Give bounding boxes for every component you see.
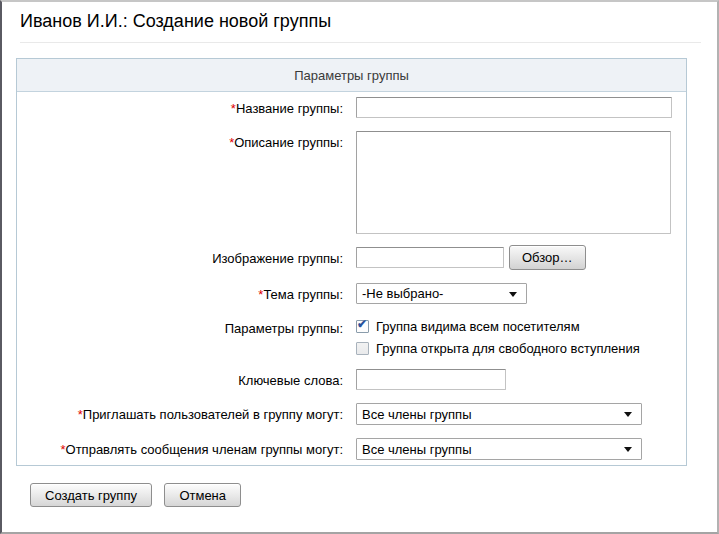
- form-row-description: *Описание группы:: [17, 131, 686, 234]
- chevron-down-icon: [624, 412, 632, 417]
- checkbox-line-visible: ✔ Группа видима всем посетителям: [356, 319, 640, 334]
- form-row-params: Параметры группы: ✔ Группа видима всем п…: [17, 317, 686, 356]
- message-permission-select[interactable]: Все члены группы: [356, 438, 642, 460]
- form-row-image: Изображение группы: Обзор…: [17, 247, 686, 270]
- group-name-label: Название группы:: [236, 101, 343, 116]
- group-open-checkbox-label: Группа открыта для свободного вступления: [376, 341, 640, 356]
- message-permission-select-value: Все члены группы: [362, 442, 471, 457]
- message-permission-label: Отправлять сообщения членам группы могут…: [66, 442, 343, 457]
- form-row-message: *Отправлять сообщения членам группы могу…: [17, 438, 686, 460]
- params-checkbox-group: ✔ Группа видима всем посетителям Группа …: [356, 317, 640, 356]
- group-visible-checkbox-label: Группа видима всем посетителям: [376, 319, 580, 334]
- group-description-label: Описание группы:: [234, 135, 343, 150]
- form-row-theme: *Тема группы: -Не выбрано-: [17, 283, 686, 304]
- chevron-down-icon: [509, 292, 517, 297]
- title-divider: [20, 42, 701, 43]
- browse-button[interactable]: Обзор…: [509, 245, 586, 270]
- group-image-label: Изображение группы:: [212, 251, 343, 266]
- form-body: *Название группы: *Описание группы: Изоб…: [17, 92, 686, 465]
- invite-permission-select[interactable]: Все члены группы: [356, 403, 642, 425]
- form-row-keywords: Ключевые слова:: [17, 369, 686, 390]
- checkbox-line-open: Группа открыта для свободного вступления: [356, 341, 640, 356]
- group-params-label: Параметры группы:: [225, 321, 343, 336]
- keywords-input[interactable]: [356, 369, 506, 390]
- form-buttons-row: Создать группу Отмена: [30, 483, 717, 507]
- check-icon: ✔: [357, 317, 367, 331]
- keywords-label: Ключевые слова:: [238, 373, 343, 388]
- group-description-textarea[interactable]: [356, 131, 671, 234]
- form-section-header: Параметры группы: [17, 59, 686, 92]
- theme-select-value: -Не выбрано-: [362, 286, 443, 301]
- window: Иванов И.И.: Создание новой группы Парам…: [0, 0, 719, 534]
- invite-permission-select-value: Все члены группы: [362, 407, 471, 422]
- create-group-button[interactable]: Создать группу: [30, 483, 152, 507]
- invite-permission-label: Приглашать пользователей в группу могут:: [83, 407, 343, 422]
- form-row-name: *Название группы:: [17, 97, 686, 118]
- chevron-down-icon: [624, 447, 632, 452]
- group-open-checkbox[interactable]: [356, 342, 369, 355]
- group-visible-checkbox[interactable]: ✔: [356, 320, 369, 333]
- form-row-invite: *Приглашать пользователей в группу могут…: [17, 403, 686, 425]
- cancel-button[interactable]: Отмена: [164, 483, 241, 507]
- group-name-input[interactable]: [356, 97, 672, 118]
- group-create-form: Параметры группы *Название группы: *Опис…: [16, 58, 687, 466]
- page-title: Иванов И.И.: Создание новой группы: [20, 11, 717, 32]
- group-image-file-input[interactable]: [356, 247, 504, 268]
- group-theme-label: Тема группы:: [263, 287, 343, 302]
- theme-select[interactable]: -Не выбрано-: [356, 283, 527, 304]
